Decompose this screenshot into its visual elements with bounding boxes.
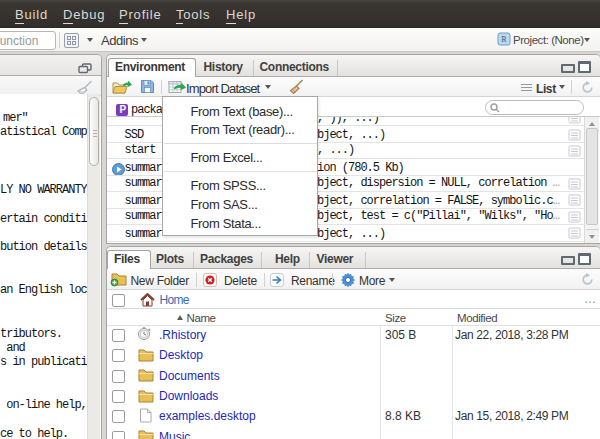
svg-text:R: R [501,35,507,44]
